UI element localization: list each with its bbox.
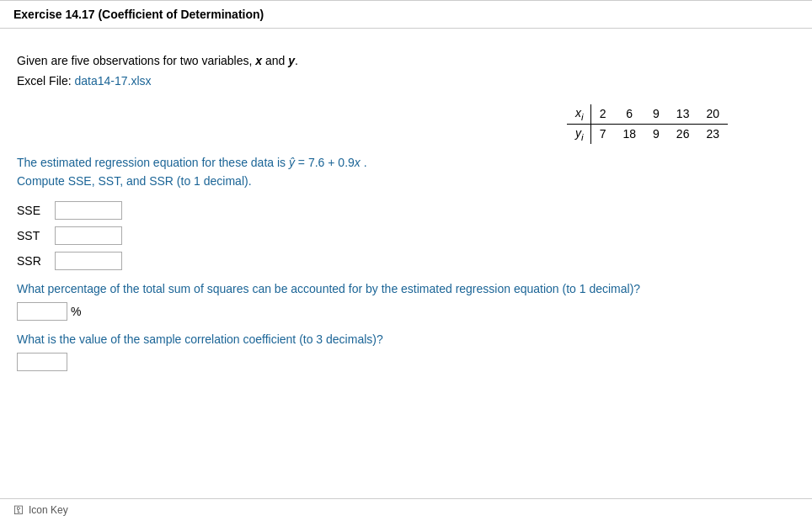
table-row1-header: xi: [567, 104, 590, 124]
sst-input[interactable]: [55, 226, 122, 245]
page-header: Exercise 14.17 (Coefficient of Determina…: [0, 1, 812, 29]
table-r1-c5: 20: [697, 104, 728, 124]
regression-equation-text: The estimated regression equation for th…: [17, 156, 795, 169]
main-content: Given are five observations for two vari…: [0, 29, 812, 395]
excel-label: Excel File:: [17, 74, 74, 88]
correlation-row: [17, 353, 795, 371]
ssr-label: SSR: [17, 254, 46, 268]
question2-text: What is the value of the sample correlat…: [17, 332, 795, 346]
table-r2-c1: 7: [590, 124, 614, 143]
var-x: x: [255, 54, 262, 67]
sse-input[interactable]: [55, 201, 122, 220]
ssr-row: SSR: [17, 252, 795, 270]
table-r2-c4: 26: [668, 124, 698, 143]
excel-link[interactable]: data14-17.xlsx: [74, 74, 151, 88]
intro-paragraph: Given are five observations for two vari…: [17, 54, 795, 67]
table-r2-c2: 18: [614, 124, 644, 143]
table-r2-c3: 9: [644, 124, 668, 143]
correlation-input[interactable]: [17, 353, 67, 371]
table-r1-c3: 9: [644, 104, 668, 124]
table-r1-c1: 2: [590, 104, 614, 124]
sse-row: SSE: [17, 201, 795, 220]
percent-input[interactable]: [17, 302, 67, 321]
data-table-container: xi 2 6 9 13 20 yi 7 18 9 26 23: [17, 104, 795, 144]
intro-text3: .: [295, 54, 298, 67]
sst-row: SST: [17, 226, 795, 245]
sse-label: SSE: [17, 204, 46, 217]
intro-text2: and: [262, 54, 288, 67]
table-r1-c2: 6: [614, 104, 644, 124]
excel-file-line: Excel File: data14-17.xlsx: [17, 74, 795, 88]
question1-text: What percentage of the total sum of squa…: [17, 282, 795, 295]
key-icon: ⚿: [13, 504, 24, 516]
icon-key-label: Icon Key: [29, 504, 68, 516]
footer-bar: ⚿ Icon Key: [0, 498, 812, 521]
ssr-input[interactable]: [55, 252, 122, 270]
page-title: Exercise 14.17 (Coefficient of Determina…: [13, 8, 264, 21]
percent-symbol: %: [71, 305, 81, 318]
compute-instruction: Compute SSE, SST, and SSR (to 1 decimal)…: [17, 174, 795, 188]
intro-text1: Given are five observations for two vari…: [17, 54, 255, 67]
table-row2-header: yi: [567, 124, 590, 143]
table-r1-c4: 13: [668, 104, 698, 124]
data-table: xi 2 6 9 13 20 yi 7 18 9 26 23: [567, 104, 728, 144]
percent-row: %: [17, 302, 795, 321]
table-r2-c5: 23: [697, 124, 728, 143]
var-y: y: [288, 54, 295, 67]
sst-label: SST: [17, 229, 46, 242]
